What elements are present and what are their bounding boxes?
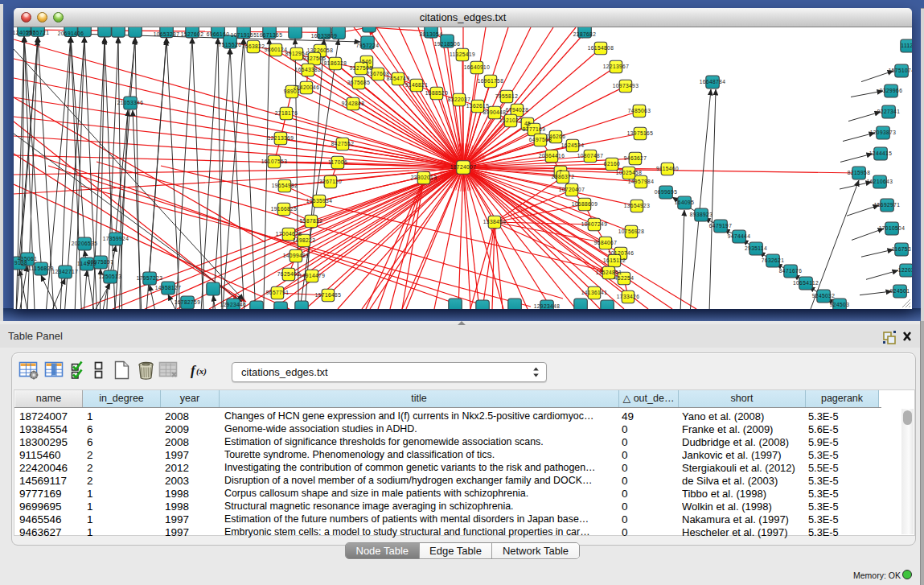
svg-text:(x): (x)	[196, 366, 207, 377]
svg-text:8454749: 8454749	[387, 76, 409, 81]
svg-text:546: 546	[362, 59, 372, 64]
svg-text:1112: 1112	[901, 43, 912, 48]
svg-text:1624534: 1624534	[561, 142, 584, 148]
svg-text:39975897: 39975897	[88, 259, 114, 265]
svg-text:1615112: 1615112	[603, 257, 626, 263]
svg-text:14958127: 14958127	[155, 285, 182, 290]
svg-text:746266: 746266	[546, 134, 565, 139]
svg-text:6794028: 6794028	[506, 107, 528, 113]
svg-text:10654112: 10654112	[793, 280, 819, 286]
svg-text:924501: 924501	[890, 288, 910, 294]
svg-text:9684067: 9684067	[594, 240, 617, 245]
svg-text:1338454: 1338454	[483, 219, 506, 225]
svg-text:6479197: 6479197	[709, 223, 732, 229]
svg-text:23302013: 23302013	[411, 175, 437, 180]
svg-text:12923448: 12923448	[534, 303, 561, 309]
svg-text:10653287: 10653287	[154, 31, 180, 37]
svg-text:10756928: 10756928	[618, 229, 645, 234]
svg-text:116753: 116753	[892, 246, 911, 252]
svg-text:18407249: 18407249	[581, 221, 608, 227]
svg-text:12213967: 12213967	[603, 64, 630, 69]
svg-text:1588520: 1588520	[425, 90, 448, 96]
svg-text:14914479: 14914479	[299, 273, 326, 278]
svg-text:10720407: 10720407	[559, 187, 585, 192]
svg-text:12923446: 12923446	[220, 302, 247, 307]
svg-text:9327505: 9327505	[303, 56, 326, 61]
svg-text:1244415: 1244415	[869, 150, 892, 156]
svg-text:5587832: 5587832	[300, 218, 322, 224]
svg-text:8938923: 8938923	[690, 212, 713, 217]
svg-text:2718176: 2718176	[275, 110, 298, 116]
svg-text:10688609: 10688609	[572, 201, 598, 207]
svg-text:3267110: 3267110	[319, 179, 342, 184]
svg-text:62160: 62160	[604, 161, 620, 167]
svg-text:7955812: 7955812	[495, 93, 518, 99]
svg-text:11325419: 11325419	[450, 51, 475, 57]
svg-text:17004678: 17004678	[276, 231, 302, 237]
svg-text:8427552: 8427552	[331, 141, 354, 146]
svg-text:1733426: 1733426	[617, 294, 639, 299]
svg-text:18724007: 18724007	[450, 164, 477, 170]
svg-text:924503: 924503	[830, 302, 849, 307]
svg-text:15716485: 15716485	[315, 292, 342, 298]
svg-text:1362615: 1362615	[466, 103, 489, 109]
svg-text:13524851: 13524851	[596, 270, 622, 275]
svg-text:9146821: 9146821	[405, 82, 428, 88]
svg-text:7515526: 7515526	[219, 42, 241, 47]
svg-text:14136141: 14136141	[581, 290, 608, 295]
svg-text:20691406: 20691406	[58, 31, 84, 36]
svg-text:2986372: 2986372	[552, 174, 574, 179]
svg-text:7485063: 7485063	[628, 108, 651, 113]
svg-text:13975165: 13975165	[627, 130, 654, 136]
svg-text:16543382: 16543382	[295, 67, 322, 72]
svg-text:3675685: 3675685	[347, 80, 370, 85]
svg-text:16782759: 16782759	[175, 299, 201, 305]
svg-text:9329966: 9329966	[880, 88, 902, 93]
svg-text:17010504: 17010504	[879, 225, 906, 231]
svg-text:9242848: 9242848	[342, 101, 364, 106]
svg-text:7625402: 7625402	[277, 271, 300, 277]
svg-text:435061: 435061	[18, 256, 37, 262]
svg-text:9227341: 9227341	[877, 109, 900, 114]
svg-text:19218506: 19218506	[434, 41, 461, 47]
svg-text:13226058: 13226058	[307, 47, 334, 53]
svg-text:12342717: 12342717	[52, 269, 79, 274]
svg-text:11156829: 11156829	[28, 266, 54, 271]
svg-text:9474444: 9474444	[728, 233, 750, 239]
svg-text:15751074: 15751074	[889, 68, 912, 73]
svg-text:1527602: 1527602	[181, 31, 203, 37]
svg-text:7663822: 7663822	[242, 43, 265, 49]
svg-text:9115460: 9115460	[656, 166, 679, 171]
svg-text:8186328: 8186328	[324, 60, 347, 66]
svg-text:164095: 164095	[675, 200, 694, 205]
svg-text:9327508: 9327508	[350, 65, 372, 71]
svg-text:14957984: 14957984	[628, 179, 655, 184]
svg-text:13535934: 13535934	[306, 198, 333, 204]
svg-text:9777169: 9777169	[523, 126, 545, 132]
svg-text:8990448: 8990448	[483, 109, 506, 115]
svg-text:16671365: 16671365	[257, 32, 283, 38]
svg-text:16107553: 16107553	[261, 159, 288, 164]
svg-text:2935114: 2935114	[745, 245, 767, 251]
svg-text:17359924: 17359924	[103, 236, 129, 241]
svg-text:16154808: 16154808	[588, 45, 614, 51]
svg-text:16640910: 16640910	[464, 64, 491, 70]
svg-text:16648784: 16648784	[700, 79, 726, 84]
svg-text:21053346: 21053346	[117, 100, 144, 105]
svg-text:10719155: 10719155	[231, 32, 257, 38]
svg-text:0699695: 0699695	[655, 189, 677, 195]
svg-text:98901: 98901	[284, 89, 300, 94]
svg-text:1498222: 1498222	[293, 237, 315, 243]
svg-text:8813054: 8813054	[420, 31, 442, 37]
svg-text:16210643: 16210643	[867, 179, 893, 184]
svg-text:16961758: 16961758	[478, 78, 504, 84]
svg-text:12093873: 12093873	[870, 130, 897, 135]
svg-text:19166825: 19166825	[271, 206, 298, 212]
svg-text:45: 45	[524, 121, 531, 126]
svg-text:10973493: 10973493	[613, 83, 639, 89]
svg-text:12203: 12203	[898, 267, 912, 273]
svg-text:10120746: 10120746	[608, 250, 634, 256]
svg-text:15692971: 15692971	[874, 202, 901, 208]
svg-text:8322037: 8322037	[448, 97, 470, 102]
svg-text:9860124: 9860124	[265, 47, 287, 52]
